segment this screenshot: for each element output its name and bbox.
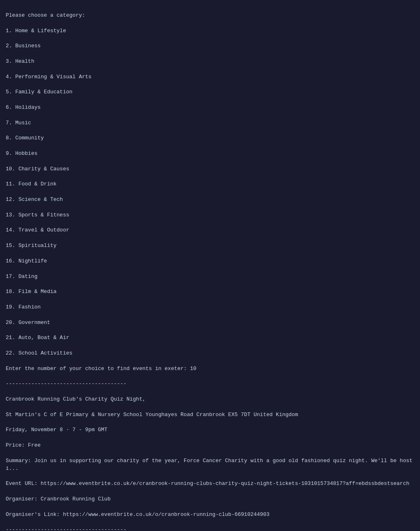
line-item11: 11. Food & Drink [6,181,57,187]
line-event1-price: Price: Free [6,442,41,448]
line-item19: 19. Fashion [6,304,41,310]
line-item18: 18. Film & Media [6,289,57,295]
line-item3: 3. Health [6,58,34,64]
line-item22: 22. School Activities [6,350,73,356]
line-item17: 17. Dating [6,273,37,280]
line-divider2: -------------------------------------- [6,527,126,531]
line-item8: 8. Community [6,135,44,141]
line-item10: 10. Charity & Causes [6,166,69,172]
line-item5: 5. Family & Education [6,89,73,95]
line-event1-summary: Summary: Join us in supporting our chari… [6,458,413,472]
line-item21: 21. Auto, Boat & Air [6,335,69,341]
line-item15: 15. Spirituality [6,242,57,249]
terminal-output: Please choose a category: 1. Home & Life… [6,4,414,531]
line-divider1: -------------------------------------- [6,381,126,387]
line-event1-title: Cranbrook Running Club's Charity Quiz Ni… [6,396,145,402]
line-item12: 12. Science & Tech [6,196,63,203]
line-event1-url: Event URL: https://www.eventbrite.co.uk/… [6,480,409,487]
line-event1-date: Friday, November 8 · 7 - 9pm GMT [6,427,108,433]
line-item2: 2. Business [6,43,41,49]
line-item4: 4. Performing & Visual Arts [6,74,92,80]
line-event1-orglink: Organiser's Link: https://www.eventbrite… [6,511,270,518]
line-item1: 1. Home & Lifestyle [6,28,66,34]
line-item13: 13. Sports & Fitness [6,212,69,218]
line-item20: 20. Government [6,319,50,326]
line-item7: 7. Music [6,120,31,126]
line-item6: 6. Holidays [6,104,41,110]
line-event1-organiser: Organiser: Cranbrook Running Club [6,496,110,502]
line-item16: 16. Nightlife [6,258,47,264]
line-please-choose: Please choose a category: [6,12,85,18]
line-item14: 14. Travel & Outdoor [6,227,69,233]
line-item9: 9. Hobbies [6,150,37,156]
line-event1-venue: St Martin's C of E Primary & Nursery Sch… [6,412,298,418]
line-enter-number: Enter the number of your choice to find … [6,366,196,372]
